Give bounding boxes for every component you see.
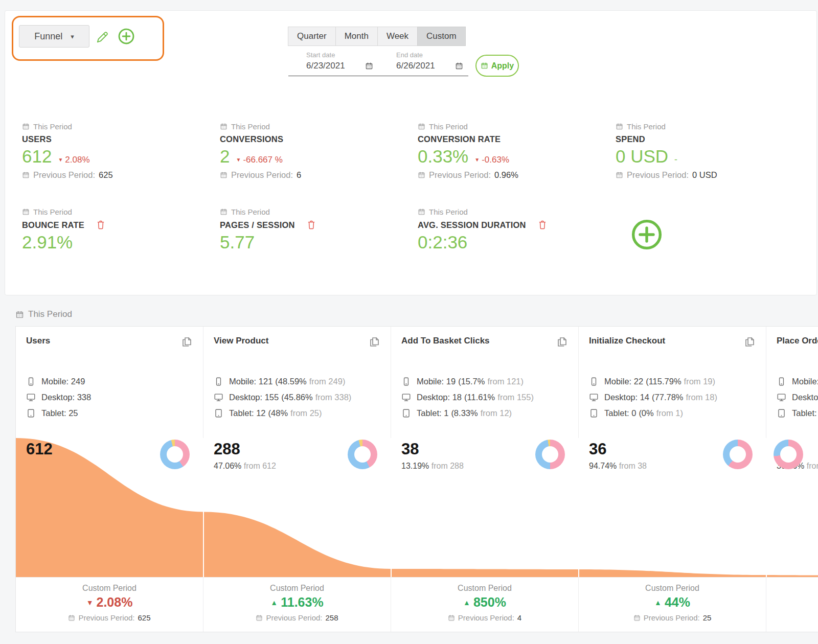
tablet-icon — [26, 408, 36, 418]
funnel-period-label: This Period — [15, 309, 72, 319]
trash-icon — [537, 220, 548, 230]
custom-period-label: Custom Period — [203, 584, 391, 593]
device-stat: Mobile: 121(48.59%from 249) — [214, 374, 380, 389]
previous-value: 625 — [99, 170, 113, 180]
funnel-step-header: UsersMobile: 249Desktop: 338Tablet: 25 — [16, 327, 203, 438]
desktop-icon — [26, 393, 36, 402]
calendar-icon[interactable] — [365, 62, 373, 70]
funnel-step-total: 3813.19% from 288 — [401, 441, 464, 471]
device-stat: Tablet: — [777, 405, 818, 421]
plus-circle-icon — [117, 27, 135, 45]
apply-button[interactable]: Apply — [475, 55, 519, 77]
tablet-icon — [214, 408, 223, 418]
step-change: ▲850% — [391, 595, 578, 610]
funnel-step-header: Add To Basket ClicksMobile: 19(15.7%from… — [391, 327, 579, 438]
mobile-icon — [589, 377, 599, 386]
metric-card: This PeriodCONVERSIONS2▼-66.667 %Previou… — [215, 122, 413, 208]
dashboard-page: Funnel ▾ QuarterMonthWeekCustom Start da… — [0, 0, 818, 644]
add-funnel-button[interactable] — [117, 27, 135, 45]
add-metric-button[interactable] — [629, 217, 664, 252]
funnel-step-column: Initialize CheckoutMobile: 22(115.79%fro… — [579, 327, 766, 632]
calendar-icon — [15, 310, 24, 319]
funnel-step-header: Place OrderMobile:Desktop:Tablet: — [766, 327, 818, 438]
pencil-icon — [96, 31, 109, 44]
edit-funnel-button[interactable] — [96, 31, 109, 44]
duplicate-step-button[interactable] — [556, 336, 568, 348]
metric-change: ▼-66.667 % — [236, 155, 282, 165]
end-date-input[interactable]: 6/26/2021 — [396, 61, 435, 71]
tablet-icon — [589, 408, 599, 418]
metric-period: This Period — [418, 122, 611, 131]
plus-circle-icon — [629, 217, 664, 252]
funnel-step-total: 612 — [26, 441, 53, 457]
funnel-period-text: This Period — [28, 309, 72, 319]
duplicate-step-button[interactable] — [368, 336, 380, 348]
funnel-step-footer: Custom Period▼2.08%Previous Period:625 — [16, 577, 203, 632]
mobile-icon — [777, 377, 786, 386]
step-total-value: 612 — [26, 441, 53, 457]
end-date-group: End date 6/26/2021 — [378, 50, 468, 76]
metric-cards-grid: This PeriodUSERS612▼2.08%Previous Period… — [17, 122, 809, 293]
calendar-icon — [418, 208, 425, 216]
step-conversion-from: from 38 — [619, 462, 647, 470]
tab-week[interactable]: Week — [377, 27, 418, 46]
calendar-icon — [633, 614, 641, 622]
tab-custom[interactable]: Custom — [417, 27, 466, 46]
step-previous: Previous Period:25 — [579, 613, 766, 622]
desktop-icon — [401, 393, 411, 402]
copy-icon — [368, 336, 380, 348]
funnel-step-footer: Custom Period▲44%Previous Period:25 — [579, 577, 766, 632]
step-conversion-pct: 47.06% — [214, 462, 241, 470]
funnel-table: UsersMobile: 249Desktop: 338Tablet: 2561… — [15, 326, 818, 632]
device-stat: Tablet: 1(8.33%from 12) — [401, 405, 568, 421]
mobile-icon — [26, 377, 36, 386]
desktop-icon — [777, 393, 786, 402]
delete-metric-button[interactable] — [537, 220, 548, 230]
funnel-columns: UsersMobile: 249Desktop: 338Tablet: 2561… — [16, 327, 818, 632]
step-total-value: 38 — [401, 441, 464, 457]
metric-suffix: - — [674, 154, 677, 165]
tab-quarter[interactable]: Quarter — [288, 27, 336, 46]
device-donut-chart — [723, 440, 753, 469]
metric-change: ▼-0.63% — [474, 155, 509, 165]
metric-card: This PeriodCONVERSION RATE0.33%▼-0.63%Pr… — [413, 122, 611, 208]
metric-value: 2.91% — [22, 233, 73, 252]
triangle-down-icon: ▼ — [58, 157, 63, 163]
previous-value: 0 USD — [692, 170, 717, 180]
desktop-icon — [214, 393, 223, 402]
metric-previous: Previous Period:0.96% — [418, 170, 611, 180]
metric-change: ▼2.08% — [58, 155, 89, 165]
duplicate-step-button[interactable] — [743, 336, 756, 348]
device-donut-chart — [535, 440, 565, 469]
previous-value: 0.96% — [494, 170, 518, 180]
metric-title: CONVERSION RATE — [418, 134, 501, 144]
metric-card: This PeriodAVG. SESSION DURATION0:2:36 — [413, 208, 611, 293]
trash-icon — [306, 220, 316, 230]
duplicate-step-button[interactable] — [180, 336, 193, 348]
start-date-input[interactable]: 6/23/2021 — [306, 61, 345, 71]
delete-metric-button[interactable] — [96, 220, 106, 230]
calendar-icon[interactable] — [455, 62, 463, 70]
metric-value: 612 — [22, 147, 52, 166]
chevron-down-icon: ▾ — [71, 33, 74, 40]
step-total-value: 36 — [589, 441, 647, 457]
calendar-icon — [448, 614, 455, 622]
calendar-icon — [256, 614, 263, 622]
triangle-up-icon: ▲ — [654, 599, 662, 607]
metric-period: This Period — [418, 208, 611, 216]
funnel-step-title: Place Order — [777, 336, 818, 346]
tablet-icon — [401, 408, 411, 418]
delete-metric-button[interactable] — [306, 220, 316, 230]
triangle-up-icon: ▲ — [463, 599, 470, 607]
metric-card: This PeriodUSERS612▼2.08%Previous Period… — [17, 122, 215, 208]
step-previous: Previous Period:4 — [391, 613, 578, 622]
previous-value: 625 — [138, 613, 151, 622]
funnel-dropdown[interactable]: Funnel ▾ — [19, 25, 89, 48]
metric-title: AVG. SESSION DURATION — [418, 220, 526, 230]
start-date-label: Start date — [306, 51, 378, 59]
tab-month[interactable]: Month — [335, 27, 378, 46]
calendar-icon — [418, 171, 425, 179]
step-change: ▼2.08% — [16, 595, 203, 610]
step-conversion-pct: 13.19% — [401, 462, 429, 470]
metric-title: PAGES / SESSION — [220, 220, 295, 230]
